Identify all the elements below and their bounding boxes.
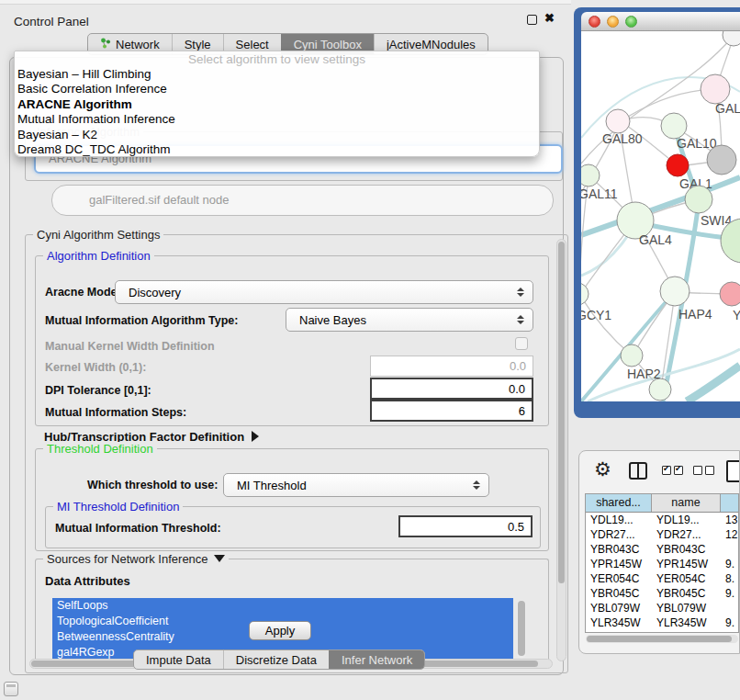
table-row[interactable]: YER054CYER054C8. (586, 571, 738, 586)
table-cell-col1: YBR045C (652, 586, 721, 601)
deselect-all-columns-icon[interactable] (693, 466, 714, 475)
apply-button[interactable]: Apply (249, 621, 311, 640)
sources-toggle[interactable]: Sources for Network Inference (43, 552, 229, 566)
dropdown-item-dream8-dc-tdc-algorithm[interactable]: Dream8 DC_TDC Algorithm (15, 142, 539, 157)
network-canvas[interactable]: GALGAL80GAL10GAL1GAL11SWI4GAL4GCY1HAP4YH… (581, 31, 740, 401)
table-cell-col0: YBL079W (586, 601, 652, 615)
node-label-hap4: HAP4 (678, 307, 712, 322)
aracne-mode-combo[interactable]: Discovery (115, 280, 533, 304)
data-attributes-label: Data Attributes (45, 574, 130, 588)
network-node[interactable] (649, 378, 671, 401)
table-cell-col2 (721, 542, 739, 557)
dropdown-item-mutual-information-inference[interactable]: Mutual Information Inference (15, 112, 539, 127)
table-cell-col1: YPR145W (652, 557, 721, 571)
bottom-tab-infer-network[interactable]: Infer Network (329, 650, 424, 669)
settings-vertical-scrollbar[interactable] (556, 239, 566, 661)
network-node-gal11[interactable] (581, 164, 600, 186)
export-table-icon[interactable] (726, 460, 740, 482)
node-attribute-table: shared...nameYDL19...YDL19...13YDR27...Y… (585, 493, 739, 633)
table-horizontal-scrollbar[interactable] (586, 635, 738, 643)
network-node-swi4[interactable] (685, 186, 712, 213)
table-row[interactable]: YBR045CYBR045C9. (586, 586, 738, 601)
mi-algorithm-type-combo[interactable]: Naive Bayes (286, 308, 533, 332)
app-screen: Control Panel ✖ NetworkStyleSelectCyni T… (0, 0, 740, 700)
which-threshold-label: Which threshold to use: (87, 479, 218, 491)
network-node-hap4[interactable] (660, 277, 690, 306)
zoom-traffic-light-icon[interactable] (625, 16, 637, 28)
table-panel: ⚙ shared...nameYDL19...YDL19...13YDR27..… (578, 450, 740, 654)
table-cell-col2: 0. (721, 630, 739, 633)
threshold-definition-title: Threshold Definition (43, 442, 157, 456)
node-label-gal: GAL (715, 101, 740, 116)
tab-network-label: Network (116, 38, 160, 51)
table-cell-col1: YLR345W (652, 615, 721, 630)
minimized-panel-icon[interactable] (4, 682, 18, 696)
network-window-titlebar[interactable] (581, 12, 740, 31)
minimize-traffic-light-icon[interactable] (607, 16, 619, 28)
kernel-width-field[interactable]: 0.0 (370, 356, 533, 377)
expanded-arrow-icon (214, 555, 225, 562)
mi-threshold-field[interactable]: 0.5 (398, 515, 533, 537)
network-node-gal10[interactable] (661, 113, 687, 139)
table-row[interactable]: YDR27...YDR27...12 (586, 527, 738, 542)
table-cell-col0: YDR27... (586, 527, 652, 542)
table-row[interactable]: YBL079WYBL079W (586, 601, 738, 615)
column-header-name[interactable]: name (652, 494, 721, 512)
network-node-gal1[interactable] (667, 154, 689, 176)
table-row[interactable]: YIL052CYIL052C0. (586, 630, 738, 633)
control-panel-titlebar: Control Panel ✖ (0, 5, 569, 29)
table-row[interactable]: YBR043CYBR043C (586, 542, 738, 557)
table-row[interactable]: YLR345WYLR345W9. (586, 615, 738, 630)
table-cell-col2: 9. (721, 557, 739, 571)
table-cell-col2 (721, 601, 739, 615)
dropdown-item-aracne-algorithm[interactable]: ARACNE Algorithm (15, 97, 539, 112)
table-row[interactable]: YPR145WYPR145W9. (586, 557, 738, 571)
algorithm-dropdown-popup: Select algorithm to view settings Bayesi… (14, 51, 540, 157)
node-label-gal11: GAL11 (581, 186, 618, 201)
table-cell-col0: YBR045C (586, 586, 652, 601)
network-node[interactable] (723, 31, 740, 46)
table-data-combo[interactable]: galFiltered.sif default node (51, 185, 554, 216)
network-node[interactable] (707, 145, 736, 175)
cyni-algorithm-settings-group: Cyni Algorithm Settings Algorithm Defini… (25, 234, 568, 673)
column-header-col2[interactable] (721, 494, 739, 512)
spinner-arrows-icon (517, 288, 524, 297)
column-header-shared[interactable]: shared... (586, 494, 652, 512)
attributes-list-scrollbar[interactable] (517, 600, 526, 659)
which-threshold-combo[interactable]: MI Threshold (223, 473, 489, 497)
dpi-tolerance-field[interactable]: 0.0 (370, 378, 533, 400)
network-edge (581, 294, 631, 355)
table-cell-col1: YDR27... (652, 527, 721, 542)
gear-icon[interactable]: ⚙ (594, 458, 611, 480)
table-cell-col0: YDL19... (586, 513, 652, 527)
select-all-columns-icon[interactable] (662, 466, 683, 475)
bottom-tab-impute-data-label: Impute Data (146, 653, 211, 667)
float-panel-icon[interactable] (527, 15, 537, 25)
tab-jactivemnodules-label: jActiveMNodules (387, 38, 476, 51)
threshold-definition-group: Threshold Definition Which threshold to … (35, 448, 549, 551)
attribute-item-selfloops[interactable]: SelfLoops (52, 598, 513, 614)
table-cell-col0: YLR345W (586, 615, 652, 630)
network-node-gal80[interactable] (606, 109, 630, 133)
mi-steps-field[interactable]: 6 (370, 400, 533, 422)
dropdown-item-bayesian-k2[interactable]: Bayesian – K2 (15, 128, 539, 142)
network-node-gcy1[interactable] (581, 283, 589, 305)
close-panel-icon[interactable]: ✖ (544, 11, 555, 25)
table-row[interactable]: YDL19...YDL19...13 (586, 513, 738, 527)
cyni-algorithm-settings-title: Cyni Algorithm Settings (33, 228, 163, 242)
mi-threshold-label: Mutual Information Threshold: (55, 522, 221, 535)
bottom-tab-discretize-data[interactable]: Discretize Data (223, 650, 329, 669)
manual-kernel-checkbox[interactable] (515, 337, 528, 350)
table-header-row: shared...name (586, 494, 738, 513)
tab-style-label: Style (185, 38, 211, 51)
network-node-gal[interactable] (701, 74, 730, 104)
control-panel-title: Control Panel (14, 15, 89, 28)
close-traffic-light-icon[interactable] (589, 16, 600, 28)
columns-icon[interactable] (629, 462, 647, 480)
algorithm-definition-title: Algorithm Definition (43, 249, 154, 263)
bottom-tab-impute-data[interactable]: Impute Data (134, 650, 223, 669)
network-node-y[interactable] (720, 282, 740, 306)
network-node-hap2[interactable] (621, 344, 643, 367)
dropdown-item-basic-correlation-inference[interactable]: Basic Correlation Inference (15, 82, 539, 96)
dropdown-item-bayesian-hill-climbing[interactable]: Bayesian – Hill Climbing (15, 67, 539, 82)
